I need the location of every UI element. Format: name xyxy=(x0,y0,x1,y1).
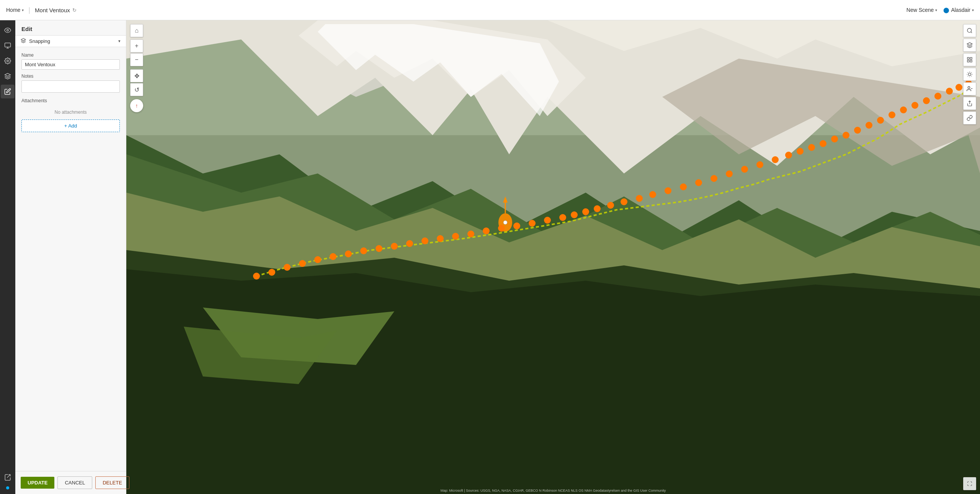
delete-button[interactable]: DELETE xyxy=(95,476,129,489)
svg-point-60 xyxy=(785,152,792,159)
svg-rect-82 xyxy=(970,57,972,59)
link-button[interactable] xyxy=(963,111,976,124)
svg-point-39 xyxy=(483,227,490,234)
grid-button[interactable] xyxy=(963,53,976,66)
topbar-left: Home ▾ | Mont Ventoux ↻ xyxy=(6,6,77,14)
name-label: Name xyxy=(21,52,120,58)
zoom-in-button[interactable]: + xyxy=(130,39,143,52)
svg-point-54 xyxy=(695,179,702,186)
svg-marker-16 xyxy=(126,269,980,494)
fullscreen-icon xyxy=(967,481,972,486)
svg-rect-84 xyxy=(970,60,972,62)
zoom-out-button[interactable]: − xyxy=(130,53,143,66)
snap-icon xyxy=(21,38,26,44)
topbar: Home ▾ | Mont Ventoux ↻ New Scene ▾ ⬤ Al… xyxy=(0,0,980,20)
svg-point-57 xyxy=(741,166,748,173)
sidebar-item-edit[interactable] xyxy=(1,85,15,98)
left-sidebar xyxy=(0,20,15,494)
svg-line-89 xyxy=(971,76,972,76)
share-button[interactable] xyxy=(963,97,976,110)
sun-icon xyxy=(967,71,973,77)
sidebar-bottom xyxy=(1,470,15,494)
user-menu-button[interactable]: ⬤ Alasdair ▾ xyxy=(943,7,974,13)
svg-point-61 xyxy=(797,148,804,155)
svg-point-77 xyxy=(503,221,507,224)
sidebar-item-settings[interactable] xyxy=(1,54,15,68)
svg-line-93 xyxy=(971,72,972,73)
svg-point-36 xyxy=(437,235,444,242)
layers-button[interactable] xyxy=(963,39,976,52)
snapping-label: Snapping xyxy=(29,38,118,44)
home-button[interactable]: Home ▾ xyxy=(6,7,24,13)
user-chevron: ▾ xyxy=(972,8,974,12)
svg-point-37 xyxy=(452,233,459,240)
search-button[interactable] xyxy=(963,24,976,37)
svg-point-65 xyxy=(843,132,849,139)
svg-point-32 xyxy=(376,245,382,252)
rotate-icon: ↺ xyxy=(134,86,139,93)
snapping-toggle[interactable]: Snapping ▾ xyxy=(15,35,126,47)
svg-point-29 xyxy=(330,253,336,260)
snapping-chevron: ▾ xyxy=(118,39,121,44)
svg-point-34 xyxy=(406,240,413,247)
sun-button[interactable] xyxy=(963,68,976,81)
name-input[interactable] xyxy=(21,59,120,70)
rotate-button[interactable]: ↺ xyxy=(130,83,143,96)
fullscreen-button[interactable] xyxy=(963,477,976,490)
cancel-button[interactable]: CANCEL xyxy=(57,476,92,489)
compass-button[interactable]: ↑ xyxy=(130,99,143,112)
new-scene-label: New Scene xyxy=(906,7,934,13)
svg-point-75 xyxy=(956,84,962,91)
home-chevron: ▾ xyxy=(22,8,24,12)
svg-point-33 xyxy=(391,243,398,250)
svg-line-79 xyxy=(971,32,972,33)
scene-name: Mont Ventoux ↻ xyxy=(35,7,77,13)
person-button[interactable] xyxy=(963,82,976,95)
map-home-button[interactable]: ⌂ xyxy=(130,24,143,37)
svg-point-25 xyxy=(268,269,275,276)
svg-point-94 xyxy=(968,87,970,88)
svg-point-59 xyxy=(772,156,779,163)
notification-dot xyxy=(6,486,9,489)
svg-line-88 xyxy=(968,72,968,73)
sidebar-item-visibility[interactable] xyxy=(1,23,15,37)
panel-title: Edit xyxy=(15,20,126,35)
svg-point-43 xyxy=(544,217,551,224)
svg-point-62 xyxy=(808,144,815,151)
svg-point-85 xyxy=(969,73,971,76)
svg-point-68 xyxy=(877,117,884,124)
edit-panel: Edit Snapping ▾ Name Notes Attachments N… xyxy=(15,20,126,494)
link-icon xyxy=(967,115,973,121)
map-controls-left: ⌂ + − ✥ ↺ ↑ xyxy=(130,24,143,112)
new-scene-button[interactable]: New Scene ▾ xyxy=(906,7,938,13)
notes-input[interactable] xyxy=(21,80,120,93)
pan-button[interactable]: ✥ xyxy=(130,69,143,82)
add-attachment-button[interactable]: + Add xyxy=(21,119,120,132)
user-icon: ⬤ xyxy=(943,7,949,13)
svg-point-51 xyxy=(649,191,656,198)
svg-point-4 xyxy=(7,60,9,62)
sidebar-item-monitor[interactable] xyxy=(1,39,15,52)
update-button[interactable]: UPDATE xyxy=(21,477,54,489)
svg-point-50 xyxy=(636,195,643,202)
svg-point-71 xyxy=(911,102,918,109)
sidebar-item-layers[interactable] xyxy=(1,69,15,83)
refresh-icon[interactable]: ↻ xyxy=(72,7,77,13)
share-icon xyxy=(967,100,973,106)
svg-point-35 xyxy=(421,237,428,244)
sidebar-item-share[interactable] xyxy=(1,470,15,484)
svg-point-53 xyxy=(680,183,687,190)
map-area[interactable]: ⌂ + − ✥ ↺ ↑ xyxy=(126,20,980,494)
svg-point-64 xyxy=(831,136,838,142)
layers-icon xyxy=(967,42,973,48)
svg-point-45 xyxy=(571,211,578,218)
edit-actions: UPDATE CANCEL DELETE xyxy=(15,471,126,494)
svg-point-47 xyxy=(594,205,601,212)
add-label: + Add xyxy=(64,123,77,129)
svg-point-48 xyxy=(607,202,614,209)
plus-icon: + xyxy=(135,43,138,49)
svg-point-55 xyxy=(710,175,717,182)
svg-rect-83 xyxy=(967,60,969,62)
notes-label: Notes xyxy=(21,74,120,79)
pan-icon: ✥ xyxy=(134,72,139,80)
